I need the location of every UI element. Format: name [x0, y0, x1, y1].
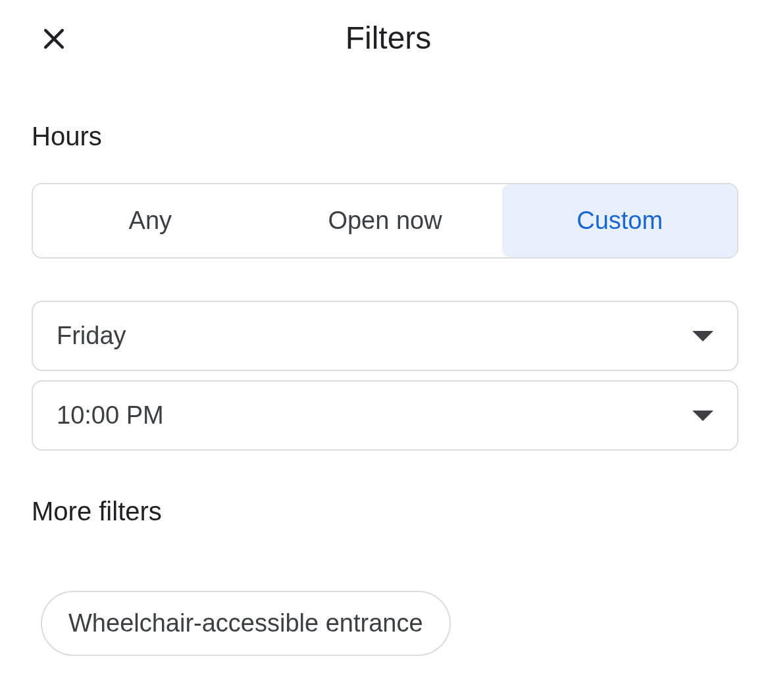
caret-down-icon: [692, 411, 713, 421]
segment-open-now[interactable]: Open now: [268, 184, 503, 257]
modal-header: Filters: [0, 0, 770, 69]
caret-down-icon: [692, 331, 713, 341]
chip-wheelchair-accessible[interactable]: Wheelchair-accessible entrance: [41, 591, 451, 656]
segment-any-label: Any: [129, 207, 172, 234]
close-button[interactable]: [39, 25, 68, 54]
more-filters-heading: More filters: [32, 497, 738, 526]
chip-wheelchair-label: Wheelchair-accessible entrance: [68, 609, 423, 637]
segment-any[interactable]: Any: [33, 184, 268, 257]
more-filters-section: More filters Wheelchair-accessible entra…: [32, 497, 738, 656]
hours-heading: Hours: [32, 122, 738, 151]
day-dropdown[interactable]: Friday: [32, 301, 738, 371]
segment-custom[interactable]: Custom: [502, 184, 737, 257]
close-icon: [39, 24, 68, 55]
time-dropdown-label: 10:00 PM: [57, 401, 164, 430]
segment-custom-label: Custom: [577, 207, 663, 234]
hours-segmented-control: Any Open now Custom: [32, 183, 738, 259]
modal-content: Hours Any Open now Custom Friday 10:00 P…: [0, 69, 770, 656]
day-dropdown-label: Friday: [57, 322, 126, 350]
modal-title: Filters: [39, 20, 737, 56]
segment-open-now-label: Open now: [328, 207, 442, 234]
time-dropdown[interactable]: 10:00 PM: [32, 380, 738, 451]
